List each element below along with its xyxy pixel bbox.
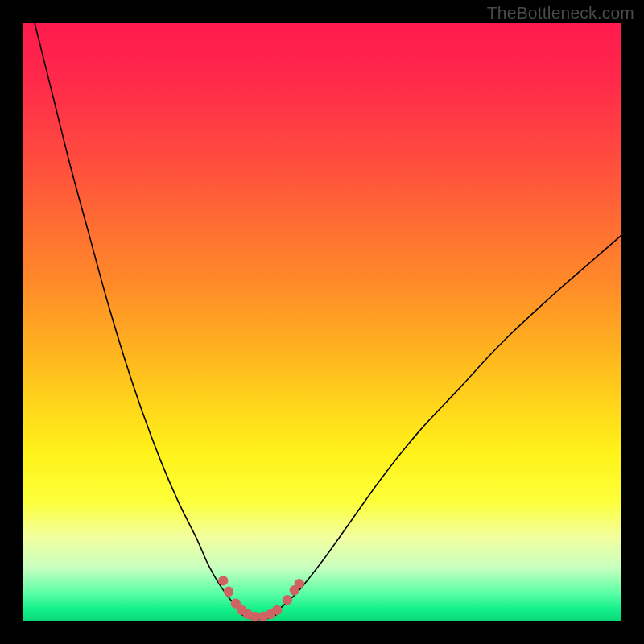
curve-left — [35, 23, 250, 617]
watermark-text: TheBottleneck.com — [487, 3, 634, 23]
marker-dot — [224, 587, 233, 597]
marker-dot — [283, 595, 292, 605]
marker-dot — [295, 579, 304, 588]
curve-right — [268, 235, 621, 617]
dots-group — [218, 576, 304, 621]
chart-svg — [23, 23, 621, 621]
marker-dot — [218, 576, 228, 585]
chart-frame — [23, 23, 621, 621]
marker-dot — [272, 605, 282, 615]
